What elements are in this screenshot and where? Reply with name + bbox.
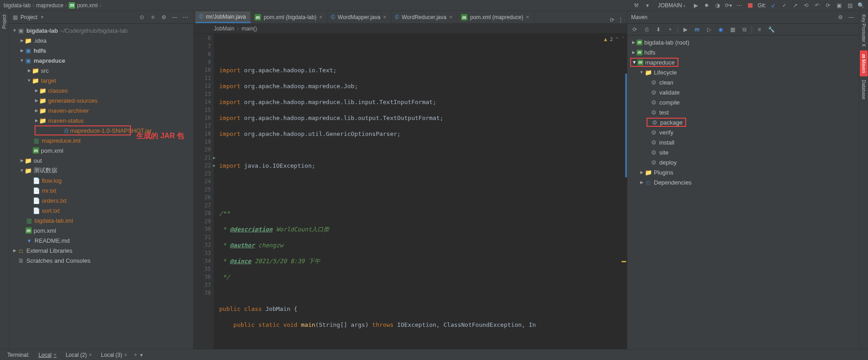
tree-file-pom-root[interactable]: mpom.xml <box>9 225 193 235</box>
execute-icon[interactable]: ▷ <box>704 25 713 34</box>
maven-deps[interactable]: ▶⏍Dependencies <box>627 177 859 187</box>
project-tool-button[interactable]: Project <box>1 11 8 32</box>
git-update-icon[interactable]: ↙ <box>770 2 777 9</box>
code-editor[interactable]: 6789101112131415161718192021▶22▶23242526… <box>194 34 627 349</box>
terminal-label[interactable]: Terminal: <box>4 351 33 359</box>
download-icon[interactable]: ⬇ <box>654 25 663 34</box>
maven-goal-test[interactable]: ⚙test <box>627 107 859 117</box>
generate-icon[interactable]: ⎙ <box>642 25 651 34</box>
tree-file-iml[interactable]: ▥mapreduce.iml <box>9 135 193 145</box>
editor-tab-active[interactable]: © mr/JobMain.java <box>196 11 251 23</box>
editor-tab[interactable]: m pom.xml (bigdata-lab) × <box>251 11 327 23</box>
sync-icon[interactable]: ⟳ <box>824 2 832 9</box>
editor-tab[interactable]: © WordReducer.java × <box>391 11 457 23</box>
editor-breadcrumb-seg[interactable]: JobMain <box>214 25 234 32</box>
tree-ext-lib[interactable]: ▶⏍External Libraries <box>9 245 193 255</box>
terminal-dropdown[interactable]: ▾ <box>140 352 143 358</box>
show-deps-icon[interactable]: ⧉ <box>740 25 749 34</box>
maven-m-icon[interactable]: m <box>692 25 702 34</box>
tree-dir-out[interactable]: ▶📁out <box>9 155 193 165</box>
tree-dir-classes[interactable]: ▶📁classes <box>9 85 193 95</box>
maven-goal-install[interactable]: ⚙install <box>627 137 859 147</box>
collapse-icon[interactable]: ≡ <box>755 25 764 34</box>
breadcrumb-seg[interactable]: bigdata-lab <box>4 2 30 9</box>
close-icon[interactable]: × <box>53 352 56 358</box>
tree-dir-target[interactable]: ▼📁target <box>9 75 193 85</box>
hammer-icon[interactable]: ⚒ <box>633 2 640 9</box>
tree-file-orders[interactable]: 📄orders.txt <box>9 195 193 205</box>
maven-goal-verify[interactable]: ⚙verify <box>627 127 859 137</box>
stop-icon[interactable] <box>747 2 754 9</box>
breadcrumb-seg[interactable]: mapreduce <box>36 2 63 9</box>
maven-goal-deploy[interactable]: ⚙deploy <box>627 157 859 167</box>
tree-file-flow[interactable]: 📄flow.log <box>9 175 193 185</box>
maven-goal-site[interactable]: ⚙site <box>627 147 859 157</box>
maven-goal-compile[interactable]: ⚙compile <box>627 97 859 107</box>
run-config-selector[interactable]: JOBMAIN ▾ <box>655 2 689 9</box>
debug-icon[interactable]: ✸ <box>703 2 710 9</box>
tree-file-sort[interactable]: 📄sort.txt <box>9 205 193 215</box>
plus-icon[interactable]: ＋ <box>666 25 675 34</box>
locate-icon[interactable]: ⊙ <box>138 13 146 21</box>
maven-root[interactable]: ▶mbigdata-lab (root) <box>627 37 859 47</box>
dropdown-icon[interactable]: ▾ <box>644 2 651 9</box>
tree-dir-gensrc[interactable]: ▶📁generated-sources <box>9 95 193 105</box>
hide-icon[interactable]: — <box>171 13 179 21</box>
code-text[interactable]: ▲2 ^ ˇ import org.apache.hadoop.io.Text;… <box>214 34 627 349</box>
close-icon[interactable]: × <box>383 14 386 20</box>
terminal-tab[interactable]: Local × <box>35 351 60 359</box>
tree-module-mapreduce[interactable]: ▼▣mapreduce <box>9 55 193 65</box>
git-revert-icon[interactable]: ↶ <box>813 2 821 9</box>
layout-icon[interactable]: ▣ <box>835 2 843 9</box>
tree-file-readme[interactable]: ▾README.md <box>9 235 193 245</box>
more-icon[interactable]: ⋯ <box>181 13 190 21</box>
terminal-tab[interactable]: Local (3) × <box>97 351 131 359</box>
skip-tests-icon[interactable]: ▦ <box>728 25 737 34</box>
new-terminal-button[interactable]: ＋ <box>133 351 138 359</box>
gear-icon[interactable]: ⚙ <box>160 13 168 21</box>
maven-lifecycle[interactable]: ▼📁Lifecycle <box>627 67 859 77</box>
tree-file-mr[interactable]: 📄mr.txt <box>9 185 193 195</box>
maven-plugins[interactable]: ▶📁Plugins <box>627 167 859 177</box>
run-icon[interactable]: ▶ <box>692 2 699 9</box>
git-commit-icon[interactable]: ✓ <box>781 2 788 9</box>
wrench-icon[interactable]: 🔧 <box>767 25 776 34</box>
chevron-down-icon[interactable]: ▼ <box>40 15 44 20</box>
tree-dir-status[interactable]: ▶📁maven-status <box>9 115 193 125</box>
overflow-icon[interactable]: ▤ <box>846 2 853 9</box>
terminal-tab[interactable]: Local (2) × <box>62 351 95 359</box>
tree-dir-testdata[interactable]: ▼📁测试数据 <box>9 165 193 175</box>
tree-root[interactable]: ▼▣ bigdata-lab ~/Code/github/bigdata-lab <box>9 25 193 35</box>
maven-module-hdfs[interactable]: ▶mhdfs <box>627 47 859 57</box>
close-icon[interactable]: × <box>449 14 452 20</box>
profile-icon[interactable]: ⟳▾ <box>725 2 732 9</box>
coverage-icon[interactable]: ◑ <box>714 2 721 9</box>
key-promoter-tool-button[interactable]: Key Promoter X <box>860 11 867 50</box>
editor-tabs-overflow[interactable]: ⟳ ⋮ <box>606 17 627 23</box>
maven-goal-validate[interactable]: ⚙validate <box>627 87 859 97</box>
tree-module-hdfs[interactable]: ▶▣hdfs <box>9 45 193 55</box>
maven-goal-clean[interactable]: ⚙clean <box>627 77 859 87</box>
attach-icon[interactable]: ⋯ <box>736 2 743 9</box>
close-icon[interactable]: × <box>124 352 127 358</box>
tree-dir-archiver[interactable]: ▶📁maven-archiver <box>9 105 193 115</box>
gear-icon[interactable]: ⚙ <box>836 13 844 21</box>
maven-goal-package[interactable]: ⚙package <box>627 117 859 127</box>
tree-dir-src[interactable]: ▶📁src <box>9 65 193 75</box>
collapse-icon[interactable]: ≡ <box>149 13 157 21</box>
problems-indicator[interactable]: ▲2 ^ ˇ <box>604 35 625 44</box>
tree-file-jar[interactable]: ⎙mapreduce-1.0-SNAPSHOT.jar <box>35 125 131 135</box>
git-history-icon[interactable]: ⟲ <box>803 2 810 9</box>
editor-tab[interactable]: © WordMapper.java × <box>327 11 391 23</box>
toggle-offline-icon[interactable]: ◉ <box>716 25 725 34</box>
search-icon[interactable]: 🔍 <box>857 2 864 9</box>
maven-module-mapreduce[interactable]: ▼mmapreduce <box>627 57 859 67</box>
close-icon[interactable]: × <box>319 14 322 20</box>
git-push-icon[interactable]: ↗ <box>792 2 799 9</box>
editor-breadcrumb-seg[interactable]: main() <box>241 25 257 32</box>
tree-dir[interactable]: ▶📁.idea <box>9 35 193 45</box>
reload-icon[interactable]: ⟳ <box>630 25 639 34</box>
run-icon[interactable]: ▶ <box>681 25 690 34</box>
close-icon[interactable]: × <box>526 14 529 20</box>
editor-tab[interactable]: m pom.xml (mapreduce) × <box>457 11 534 23</box>
